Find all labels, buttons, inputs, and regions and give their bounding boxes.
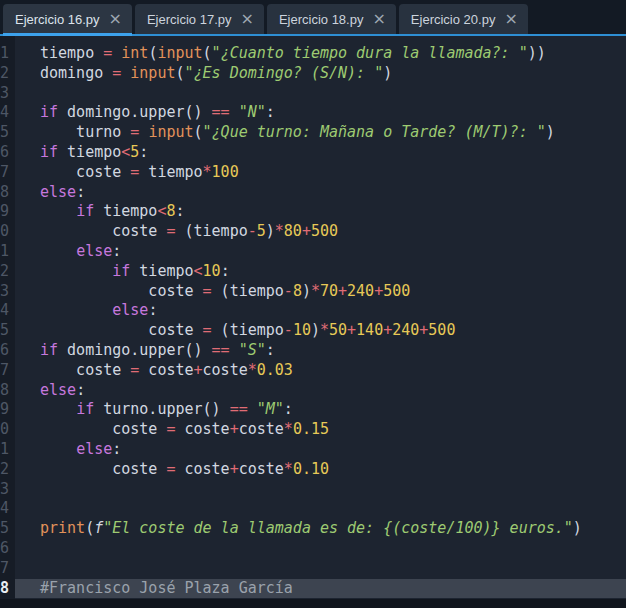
code-token: tiempo: [94, 202, 157, 220]
code-token: =: [130, 123, 139, 141]
code-token: [40, 202, 76, 220]
line-number: 1: [0, 44, 10, 64]
code-line[interactable]: coste = coste+coste*0.10: [15, 460, 626, 480]
tab-ejercicio-18[interactable]: Ejercicio 18.py×: [267, 4, 396, 34]
code-token: if: [112, 262, 130, 280]
line-number: 8: [0, 183, 10, 203]
code-line[interactable]: [15, 559, 626, 579]
code-token: coste: [40, 321, 203, 339]
code-token: input: [148, 123, 193, 141]
code-token: [40, 242, 76, 260]
code-token: +: [230, 420, 239, 438]
code-line[interactable]: if tiempo<10:: [15, 262, 626, 282]
code-line[interactable]: [15, 84, 626, 104]
code-token: "El coste de la llamada es de: {(coste/1…: [103, 519, 573, 537]
code-token: coste: [175, 460, 229, 478]
code-token: [40, 440, 76, 458]
code-line[interactable]: else:: [15, 301, 626, 321]
code-line[interactable]: if domingo.upper() == "S":: [15, 341, 626, 361]
code-token: *: [203, 163, 212, 181]
tab-ejercicio-16[interactable]: Ejercicio 16.py×: [3, 4, 132, 34]
code-token: [121, 64, 130, 82]
code-token: 100: [212, 163, 239, 181]
code-token: :: [175, 202, 184, 220]
code-token: [40, 262, 112, 280]
line-number: 19: [0, 400, 10, 420]
code-line[interactable]: domingo = input("¿Es Domingo? (S/N): "): [15, 64, 626, 84]
code-line[interactable]: else:: [15, 381, 626, 401]
code-token: +: [194, 361, 203, 379]
code-token: "S": [239, 341, 266, 359]
tab-close-icon[interactable]: ×: [241, 11, 254, 27]
code-line[interactable]: [15, 539, 626, 559]
line-number: 9: [0, 202, 10, 222]
code-line[interactable]: else:: [15, 242, 626, 262]
code-token: coste: [203, 361, 248, 379]
code-token: "¿Que turno: Mañana o Tarde? (M/T)?: ": [203, 123, 546, 141]
code-token: 80: [284, 222, 302, 240]
tab-ejercicio-17[interactable]: Ejercicio 17.py×: [135, 4, 264, 34]
code-token: turno: [40, 123, 130, 141]
code-line[interactable]: print(f"El coste de la llamada es de: {(…: [15, 519, 626, 539]
code-line[interactable]: #Francisco José Plaza García: [15, 579, 626, 599]
code-line[interactable]: if tiempo<5:: [15, 143, 626, 163]
tab-ejercicio-20[interactable]: Ejercicio 20.py×: [399, 4, 528, 34]
code-line[interactable]: if turno.upper() == "M":: [15, 400, 626, 420]
code-line[interactable]: turno = input("¿Que turno: Mañana o Tard…: [15, 123, 626, 143]
code-token: if: [40, 143, 58, 161]
code-token: 0.03: [257, 361, 293, 379]
code-line[interactable]: coste = (tiempo-10)*50+140+240+500: [15, 321, 626, 341]
code-token: coste: [40, 460, 166, 478]
tab-close-icon[interactable]: ×: [504, 11, 517, 27]
code-token: 0.15: [293, 420, 329, 438]
code-token: (: [175, 64, 184, 82]
code-token: :: [76, 381, 85, 399]
bottom-edge: [0, 599, 626, 608]
code-token: (: [194, 123, 203, 141]
code-token: +: [419, 321, 428, 339]
code-area[interactable]: tiempo = int(input("¿Cuanto tiempo dura …: [15, 36, 626, 608]
code-token: )): [528, 44, 546, 62]
code-token: *: [311, 282, 320, 300]
code-token: ==: [212, 341, 230, 359]
code-token: coste: [239, 420, 284, 438]
code-token: tiempo: [139, 163, 202, 181]
line-number: 26: [0, 539, 10, 559]
code-token: =: [112, 64, 121, 82]
tab-bar: Ejercicio 16.py×Ejercicio 17.py×Ejercici…: [0, 0, 626, 36]
line-number: 23: [0, 480, 10, 500]
code-token: :: [112, 242, 121, 260]
code-line[interactable]: coste = (tiempo-8)*70+240+500: [15, 282, 626, 302]
code-token: :: [221, 262, 230, 280]
code-token: if: [40, 103, 58, 121]
line-number: 15: [0, 321, 10, 341]
line-number: 16: [0, 341, 10, 361]
code-token: f: [94, 519, 103, 537]
code-token: ): [302, 282, 311, 300]
code-token: 70: [320, 282, 338, 300]
code-line[interactable]: else:: [15, 183, 626, 203]
code-line[interactable]: if domingo.upper() == "N":: [15, 103, 626, 123]
code-token: ): [383, 64, 392, 82]
code-token: *: [284, 460, 293, 478]
tab-close-icon[interactable]: ×: [372, 11, 385, 27]
code-token: ): [311, 321, 320, 339]
code-line[interactable]: tiempo = int(input("¿Cuanto tiempo dura …: [15, 44, 626, 64]
code-token: "N": [239, 103, 266, 121]
code-line[interactable]: [15, 499, 626, 519]
code-line[interactable]: coste = coste+coste*0.15: [15, 420, 626, 440]
code-token: ): [266, 222, 275, 240]
code-line[interactable]: coste = (tiempo-5)*80+500: [15, 222, 626, 242]
code-token: else: [76, 440, 112, 458]
code-token: +: [383, 321, 392, 339]
code-token: 10: [203, 262, 221, 280]
code-line[interactable]: else:: [15, 440, 626, 460]
code-token: int: [121, 44, 148, 62]
code-line[interactable]: coste = coste+coste*0.03: [15, 361, 626, 381]
line-number: 5: [0, 123, 10, 143]
code-line[interactable]: coste = tiempo*100: [15, 163, 626, 183]
code-token: coste: [175, 420, 229, 438]
tab-close-icon[interactable]: ×: [109, 11, 122, 27]
code-line[interactable]: [15, 480, 626, 500]
code-line[interactable]: if tiempo<8:: [15, 202, 626, 222]
